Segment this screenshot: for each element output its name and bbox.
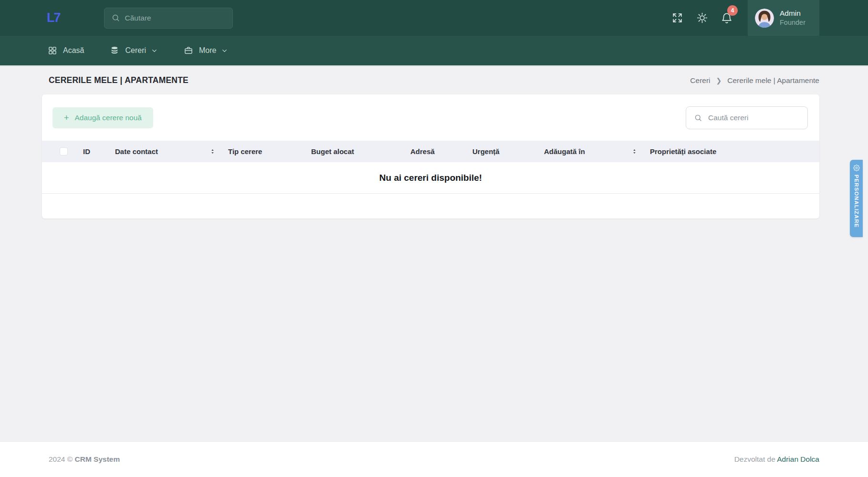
table-empty-row: Nu ai cereri disponibile! (42, 162, 819, 194)
column-header-date-contact[interactable]: Date contact (115, 147, 228, 156)
breadcrumb-current: Cererile mele | Apartamente (727, 76, 819, 85)
nav-item-acasa[interactable]: Acasă (48, 46, 84, 55)
personalize-tab[interactable]: PERSONALIZARE (850, 160, 863, 237)
developed-by-text: Dezvoltat de (734, 455, 777, 463)
chevron-down-icon (221, 47, 228, 54)
database-icon (110, 46, 119, 55)
plus-icon: + (64, 114, 69, 122)
nav-item-more[interactable]: More (184, 46, 228, 55)
user-role: Founder (780, 18, 805, 27)
copyright-year: 2024 © (49, 455, 75, 463)
briefcase-icon (184, 46, 193, 55)
brand-name: CRM System (75, 455, 120, 463)
personalize-label: PERSONALIZARE (854, 175, 859, 228)
grid-icon (48, 46, 57, 55)
sun-icon (696, 12, 708, 24)
select-all-checkbox[interactable] (60, 147, 68, 156)
main-nav: Acasă Cereri More (0, 36, 868, 66)
column-header-id: ID (83, 147, 115, 156)
footer-copyright: 2024 © CRM System (49, 455, 120, 464)
nav-item-label: More (199, 46, 216, 55)
requests-card: + Adaugă cerere nouă ID Date contact Tip… (42, 94, 819, 218)
gear-icon (853, 165, 860, 171)
nav-item-label: Cereri (125, 46, 146, 55)
user-menu[interactable]: Admin Founder (748, 0, 819, 36)
footer-credit: Dezvoltat de Adrian Dolca (734, 455, 819, 464)
sort-icon[interactable] (631, 148, 638, 155)
column-header-tip-cerere: Tip cerere (228, 147, 311, 156)
page-title: CERERILE MELE | APARTAMENTE (49, 75, 188, 85)
add-request-button[interactable]: + Adaugă cerere nouă (52, 107, 153, 128)
developer-link[interactable]: Adrian Dolca (777, 455, 819, 463)
sort-icon[interactable] (209, 148, 216, 155)
user-name: Admin (780, 9, 805, 18)
column-header-buget-alocat: Buget alocat (311, 147, 410, 156)
column-header-proprietati-asociate: Proprietăți asociate (650, 147, 819, 156)
breadcrumb-parent[interactable]: Cereri (690, 76, 710, 85)
footer: 2024 © CRM System Dezvoltat de Adrian Do… (0, 441, 868, 477)
notification-count-badge: 4 (727, 5, 738, 16)
column-header-adaugata-in[interactable]: Adăugată în (544, 147, 650, 156)
column-header-adresa: Adresă (410, 147, 472, 156)
column-header-label: Date contact (115, 147, 158, 156)
topbar-actions: 4 Admin Founder (665, 0, 868, 36)
empty-state-message: Nu ai cereri disponibile! (379, 173, 482, 183)
breadcrumb: Cereri ❯ Cererile mele | Apartamente (690, 76, 819, 85)
page-head: CERERILE MELE | APARTAMENTE Cereri ❯ Cer… (49, 66, 819, 94)
table-search[interactable] (686, 106, 808, 129)
avatar (755, 9, 774, 28)
fullscreen-button[interactable] (665, 0, 690, 36)
notifications-button[interactable]: 4 (714, 0, 739, 36)
search-icon (111, 13, 120, 22)
add-request-label: Adaugă cerere nouă (75, 114, 142, 122)
table-search-input[interactable] (708, 114, 800, 122)
column-header-label: Adăugată în (544, 147, 585, 156)
global-search-input[interactable] (125, 14, 226, 22)
table-blank-row (42, 194, 819, 218)
nav-item-label: Acasă (63, 46, 84, 55)
card-toolbar: + Adaugă cerere nouă (42, 94, 819, 141)
chevron-down-icon (151, 47, 158, 54)
search-icon (694, 114, 702, 122)
chevron-right-icon: ❯ (716, 77, 722, 84)
table-header-checkbox-cell (42, 147, 83, 156)
global-search[interactable] (104, 8, 233, 29)
theme-toggle-button[interactable] (690, 0, 714, 36)
table-header-row: ID Date contact Tip cerere Buget alocat … (42, 141, 819, 162)
column-header-urgenta: Urgență (472, 147, 544, 156)
top-header: L7 4 (0, 0, 868, 36)
nav-item-cereri[interactable]: Cereri (110, 46, 158, 55)
fullscreen-icon (671, 12, 683, 24)
app-logo[interactable]: L7 (47, 10, 60, 25)
